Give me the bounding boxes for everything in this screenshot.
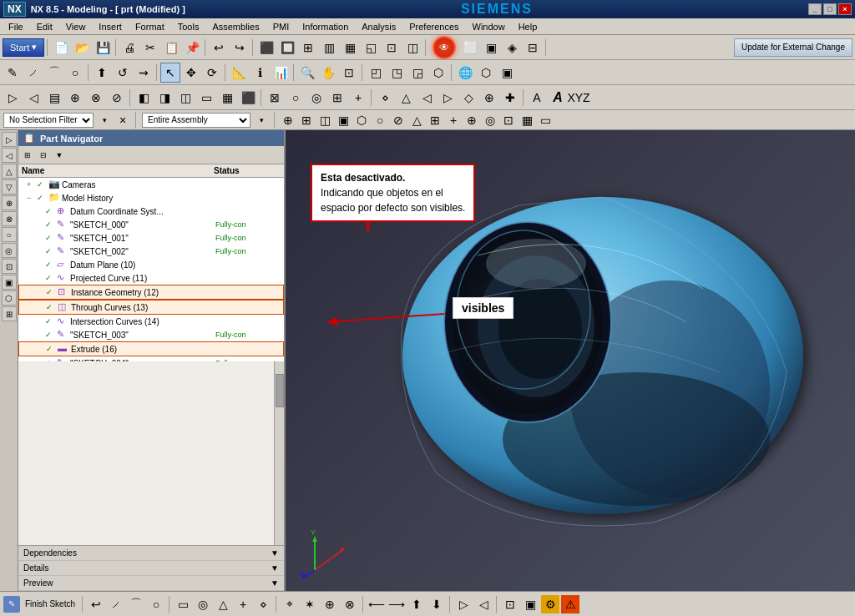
check-icon[interactable]: ✓ <box>45 234 57 242</box>
check-icon[interactable]: ✓ <box>37 180 48 189</box>
finish-sketch-label[interactable]: Finish Sketch <box>22 599 78 608</box>
tb3-11[interactable]: ▦ <box>217 88 237 108</box>
tree-item-datum-plane[interactable]: ✓ ▱ Datum Plane (10) <box>18 258 284 271</box>
sweep-btn[interactable]: ⇝ <box>134 63 154 83</box>
tb-btn-8[interactable]: ◫ <box>402 38 422 58</box>
sidebar-icon-9[interactable]: ⊡ <box>2 259 17 274</box>
arc-btn[interactable]: ⌒ <box>44 63 64 83</box>
selbar-7[interactable]: ⊘ <box>391 113 406 128</box>
fit-btn[interactable]: ⊡ <box>339 63 359 83</box>
edge-btn[interactable]: ▣ <box>497 63 517 83</box>
tb3-20[interactable]: ◁ <box>417 88 437 108</box>
new-button[interactable]: 📄 <box>51 38 71 58</box>
tb3-6[interactable]: ⊘ <box>107 88 127 108</box>
info-btn[interactable]: ℹ <box>250 63 270 83</box>
tb3-8[interactable]: ◨ <box>154 88 175 108</box>
check-icon[interactable]: ✓ <box>45 260 57 269</box>
tb-btn-7[interactable]: ⊡ <box>382 38 402 58</box>
btm-11[interactable]: ✶ <box>301 595 319 613</box>
btm-9[interactable]: ⋄ <box>254 595 272 613</box>
selbar-15[interactable]: ▭ <box>538 113 553 128</box>
btm-22[interactable]: ⚙ <box>541 595 559 613</box>
btm-7[interactable]: △ <box>214 595 232 613</box>
tb-btn-11[interactable]: ◈ <box>502 38 522 58</box>
expand-icon[interactable]: + <box>27 180 37 189</box>
tree-item-through-curves[interactable]: ✓ ◫ Through Curves (13) <box>18 300 284 315</box>
sidebar-icon-10[interactable]: ▣ <box>2 275 17 290</box>
tb-btn-3[interactable]: ⊞ <box>298 38 318 58</box>
selbar-12[interactable]: ◎ <box>483 113 498 128</box>
menu-preferences[interactable]: Preferences <box>402 20 465 33</box>
titlebar-controls[interactable]: _ □ × <box>808 3 852 15</box>
tb3-21[interactable]: ▷ <box>438 88 458 108</box>
tb3-15[interactable]: ◎ <box>306 88 326 108</box>
sidebar-icon-8[interactable]: ◎ <box>2 243 17 258</box>
btm-8[interactable]: + <box>234 595 252 613</box>
btm-23[interactable]: ⚠ <box>561 595 579 613</box>
check-icon[interactable]: ✓ <box>45 317 57 326</box>
start-button[interactable]: Start ▾ <box>3 38 44 57</box>
sidebar-icon-1[interactable]: ▷ <box>2 132 17 147</box>
sidebar-icon-3[interactable]: △ <box>2 164 17 179</box>
btm-2[interactable]: ⟋ <box>107 595 125 613</box>
circle-btn[interactable]: ○ <box>65 63 85 83</box>
measure-btn[interactable]: 📐 <box>229 63 249 83</box>
menu-analysis[interactable]: Analysis <box>355 20 402 33</box>
tb3-2[interactable]: ◁ <box>23 88 43 108</box>
tb3-13[interactable]: ⊠ <box>265 88 285 108</box>
tb3-9[interactable]: ◫ <box>175 88 195 108</box>
btm-14[interactable]: ⟵ <box>367 595 386 613</box>
view-right[interactable]: ◲ <box>407 63 428 83</box>
btm-5[interactable]: ▭ <box>174 595 192 613</box>
nav-collapse-all[interactable]: ⊟ <box>36 148 51 163</box>
tb-btn-9[interactable]: ⬜ <box>460 38 480 58</box>
selbar-4[interactable]: ▣ <box>336 113 351 128</box>
open-button[interactable]: 📂 <box>72 38 92 58</box>
tb-btn-2[interactable]: 🔲 <box>277 38 297 58</box>
scope-options-btn[interactable]: ▾ <box>254 113 269 128</box>
check-icon[interactable]: ✓ <box>46 288 58 296</box>
sidebar-icon-12[interactable]: ⊞ <box>2 306 17 321</box>
snap-btn[interactable]: ⊕ <box>281 113 296 128</box>
minimize-button[interactable]: _ <box>808 3 822 15</box>
tb3-18[interactable]: ⋄ <box>375 88 395 108</box>
selbar-11[interactable]: ⊕ <box>464 113 479 128</box>
menu-tools[interactable]: Tools <box>171 20 206 33</box>
sidebar-icon-2[interactable]: ◁ <box>2 148 17 163</box>
selection-filter-dropdown[interactable]: No Selection Filter <box>3 113 94 128</box>
check-icon[interactable]: ✓ <box>45 247 57 255</box>
line-btn[interactable]: ⟋ <box>23 63 43 83</box>
nav-preview[interactable]: Preview ▼ <box>18 576 284 591</box>
print-button[interactable]: 🖨 <box>119 38 139 58</box>
tb3-10[interactable]: ▭ <box>196 88 216 108</box>
tb3-26[interactable]: A <box>548 88 568 108</box>
btm-20[interactable]: ⊡ <box>501 595 519 613</box>
revolve-btn[interactable]: ↺ <box>113 63 133 83</box>
tb3-25[interactable]: A <box>527 88 547 108</box>
btm-12[interactable]: ⊕ <box>321 595 339 613</box>
menu-file[interactable]: File <box>2 20 30 33</box>
visibility-toggle-button[interactable]: 👁 <box>433 36 456 59</box>
tb3-7[interactable]: ◧ <box>134 88 154 108</box>
tree-item-projected-curve[interactable]: ✓ ∿ Projected Curve (11) <box>18 271 284 285</box>
selbar-3[interactable]: ◫ <box>317 113 332 128</box>
menu-assemblies[interactable]: Assemblies <box>205 20 266 33</box>
menu-help[interactable]: Help <box>512 20 544 33</box>
close-button[interactable]: × <box>838 3 852 15</box>
btm-15[interactable]: ⟶ <box>387 595 406 613</box>
check-icon[interactable]: ✓ <box>37 194 48 202</box>
zoom-btn[interactable]: 🔍 <box>297 63 317 83</box>
sketch-btn[interactable]: ✎ <box>3 63 23 83</box>
check-icon[interactable]: ✓ <box>45 207 57 215</box>
nav-details[interactable]: Details ▼ <box>18 561 284 576</box>
check-icon[interactable]: ✓ <box>46 303 58 311</box>
maximize-button[interactable]: □ <box>823 3 837 15</box>
check-icon[interactable]: ✓ <box>45 331 57 339</box>
tree-item-instance-geo[interactable]: ✓ ⊡ Instance Geometry (12) <box>18 285 284 300</box>
copy-button[interactable]: 📋 <box>161 38 181 58</box>
nav-expand-all[interactable]: ⊞ <box>20 148 35 163</box>
select-btn[interactable]: ↖ <box>160 63 180 83</box>
viewport[interactable]: Esta desactivado. Indicando que objetos … <box>286 130 855 591</box>
menu-information[interactable]: Information <box>296 20 355 33</box>
menu-edit[interactable]: Edit <box>30 20 59 33</box>
